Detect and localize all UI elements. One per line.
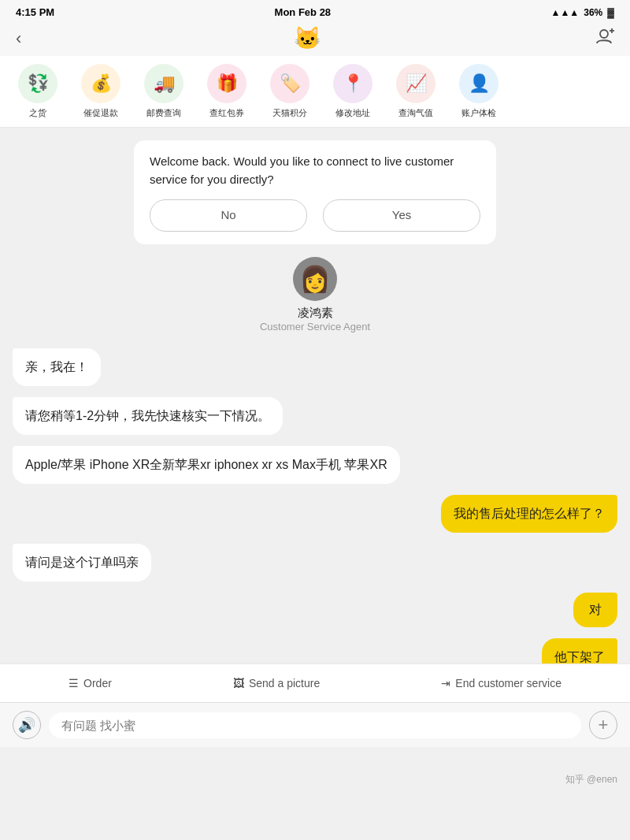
message-row: 对 [13,593,617,627]
app-logo: 🐱 [294,28,321,50]
order-label: Order [83,677,112,689]
service-icon-shipping[interactable]: 🚚 邮费查询 [132,64,195,119]
action-bar: ☰ Order 🖼 Send a picture ⇥ End customer … [0,663,630,702]
picture-label: Send a picture [249,677,320,689]
message-row: 我的售后处理的怎么样了？ [13,495,617,533]
battery-percent: 36% [584,7,602,18]
status-time: 4:15 PM [16,6,54,18]
agent-name: 凌鸿素 [298,306,333,321]
status-bar: 4:15 PM Mon Feb 28 ▲▲▲ 36% ▓ [0,0,630,21]
top-bar: ‹ 🐱 [0,21,630,56]
service-icon-refund[interactable]: 💰 催促退款 [69,64,132,119]
agent-avatar: 👩 [293,257,337,301]
chat-area: Welcome back. Would you like to connect … [0,128,630,663]
plus-button[interactable]: + [589,711,617,739]
back-button[interactable]: ‹ [16,28,21,49]
refund-label: 催促退款 [83,107,118,119]
service-icon-account[interactable]: 👤 账户体检 [447,64,510,119]
account-icon: 👤 [469,73,490,94]
end-service-button[interactable]: ⇥ End customer service [435,674,568,693]
welcome-bubble: Welcome back. Would you like to connect … [134,140,496,244]
service-icon-zhi[interactable]: 💱 之货 [6,64,69,119]
message-row: Apple/苹果 iPhone XR全新苹果xr iphonex xr xs M… [13,446,617,484]
address-label: 修改地址 [335,107,370,119]
service-icon-address[interactable]: 📍 修改地址 [321,64,384,119]
welcome-text: Welcome back. Would you like to connect … [150,154,454,186]
shipping-icon: 🚚 [154,73,175,94]
bubble-left: 请问是这个订单吗亲 [13,544,151,582]
zhi-label: 之货 [29,107,46,119]
welcome-buttons: No Yes [150,199,480,232]
message-row: 请您稍等1-2分钟，我先快速核实一下情况。 [13,397,617,435]
order-button[interactable]: ☰ Order [62,674,118,693]
agent-title: Customer Service Agent [260,321,370,333]
voice-icon: 🔊 [18,716,35,734]
message-row: 请问是这个订单吗亲 [13,544,617,582]
watermark: 知乎 @enen [565,773,617,786]
message-row: 亲，我在！ [13,348,617,386]
status-right: ▲▲▲ 36% ▓ [551,7,614,18]
agent-card: 👩 凌鸿素 Customer Service Agent [13,257,617,333]
status-date: Mon Feb 28 [275,6,332,18]
shipping-label: 邮费查询 [146,107,181,119]
message-input[interactable] [49,712,581,738]
coupon-icon: 🎁 [217,73,238,94]
coupon-label: 查红包券 [209,107,244,119]
end-icon: ⇥ [441,677,450,689]
voice-button[interactable]: 🔊 [13,711,41,739]
taobao-icon: 📈 [406,73,427,94]
service-icons-row: 💱 之货 💰 催促退款 🚚 邮费查询 🎁 查红包券 🏷️ 天猫积分 📍 修改地址 [0,56,630,128]
send-picture-button[interactable]: 🖼 Send a picture [227,674,326,693]
zhi-icon: 💱 [28,73,49,94]
taobao-label: 查淘气值 [398,107,433,119]
plus-icon: + [598,715,609,735]
account-label: 账户体检 [461,107,496,119]
bubble-right: 对 [573,593,617,627]
wifi-icon: ▲▲▲ [551,7,580,18]
profile-icon[interactable] [594,26,614,51]
input-bar: 🔊 + [0,702,630,747]
points-icon: 🏷️ [280,73,301,94]
address-icon: 📍 [343,73,364,94]
picture-icon: 🖼 [233,677,244,689]
bubble-left: Apple/苹果 iPhone XR全新苹果xr iphonex xr xs M… [13,446,400,484]
points-label: 天猫积分 [272,107,307,119]
yes-button[interactable]: Yes [323,199,480,232]
svg-point-0 [600,30,608,38]
bubble-left: 请您稍等1-2分钟，我先快速核实一下情况。 [13,397,283,435]
end-label: End customer service [455,677,561,689]
no-button[interactable]: No [150,199,307,232]
bubble-right: 他下架了 [542,638,617,664]
service-icon-points[interactable]: 🏷️ 天猫积分 [258,64,321,119]
refund-icon: 💰 [91,73,112,94]
bubble-left: 亲，我在！ [13,348,101,386]
service-icon-coupon[interactable]: 🎁 查红包券 [195,64,258,119]
message-row: 他下架了 [13,638,617,664]
battery-icon: ▓ [607,7,614,18]
service-icon-taobao[interactable]: 📈 查淘气值 [384,64,447,119]
bubble-right: 我的售后处理的怎么样了？ [441,495,617,533]
order-icon: ☰ [69,677,79,689]
